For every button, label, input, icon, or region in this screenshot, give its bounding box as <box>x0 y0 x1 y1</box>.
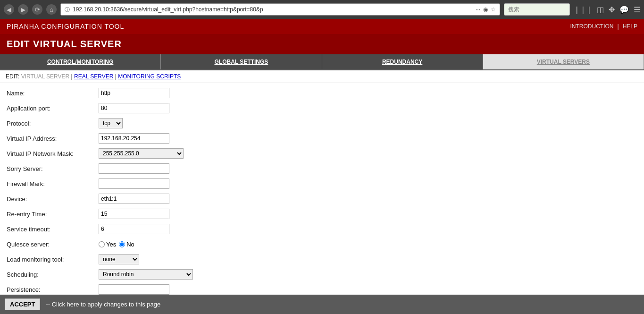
form-row-load_monitor: Load monitoring tool:nonenumfdsnumconns <box>7 253 637 265</box>
input-device[interactable] <box>99 194 169 204</box>
chat-icon: 💬 <box>619 5 629 14</box>
form-row-protocol: Protocol:tcpudp <box>7 117 637 129</box>
brand-name: PIRANHA <box>7 23 39 30</box>
tab-virtual-servers[interactable]: VIRTUAL SERVERS <box>483 54 644 69</box>
header-links: INTRODUCTION | HELP <box>570 23 637 30</box>
library-icon: ❘❘❘ <box>574 5 592 14</box>
tab-global-settings[interactable]: GLOBAL SETTINGS <box>161 54 322 69</box>
real-server-link[interactable]: REAL SERVER <box>74 73 113 80</box>
label-name: Name: <box>7 90 99 97</box>
select-scheduling[interactable]: Round robinWeighted round robinLeast con… <box>99 269 193 280</box>
url-text: 192.168.20.10:3636/secure/virtual_edit_v… <box>73 6 473 13</box>
help-link[interactable]: HELP <box>623 23 637 30</box>
label-firewall_mark: Firewall Mark: <box>7 180 99 187</box>
form-row-firewall_mark: Firewall Mark: <box>7 178 637 190</box>
brand-title: PIRANHA CONFIGURATION TOOL <box>7 23 124 30</box>
form-row-name: Name: <box>7 87 637 99</box>
footer-bar: ACCEPT -- Click here to apply changes to… <box>0 295 644 314</box>
select-load_monitor[interactable]: nonenumfdsnumconns <box>99 254 139 264</box>
label-app_port: Application port: <box>7 105 99 112</box>
synced-tabs-icon: ✥ <box>609 5 615 14</box>
label-scheduling: Scheduling: <box>7 271 99 278</box>
accept-button[interactable]: ACCEPT <box>5 298 40 310</box>
select-protocol[interactable]: tcpudp <box>99 118 123 128</box>
input-reentry_time[interactable] <box>99 209 169 219</box>
form-row-vip_mask: Virtual IP Network Mask:255.255.255.0255… <box>7 147 637 160</box>
label-persistence: Persistence: <box>7 286 99 293</box>
form-row-vip: Virtual IP Address: <box>7 132 637 144</box>
reload-button[interactable]: ⟳ <box>32 4 42 15</box>
sidebar-icon: ◫ <box>597 5 604 14</box>
star-icon: ☆ <box>491 6 496 13</box>
page-header: PIRANHA CONFIGURATION TOOL INTRODUCTION … <box>0 19 644 34</box>
forward-button[interactable]: ▶ <box>18 4 28 15</box>
label-device: Device: <box>7 195 99 203</box>
page-title: EDIT VIRTUAL SERVER <box>7 39 637 50</box>
label-sorry_server: Sorry Server: <box>7 165 99 172</box>
form-row-persistence: Persistence: <box>7 283 637 296</box>
address-bar[interactable]: ⓘ 192.168.20.10:3636/secure/virtual_edit… <box>60 3 500 16</box>
input-persistence[interactable] <box>99 284 169 295</box>
tab-redundancy[interactable]: REDUNDANCY <box>322 54 483 69</box>
more-icon: ··· <box>476 6 480 13</box>
bookmark-icon: ◉ <box>483 6 488 13</box>
form-row-quiesce: Quiesce server:YesNo <box>7 238 637 250</box>
radio-option-no[interactable]: No <box>119 241 134 248</box>
label-quiesce: Quiesce server: <box>7 241 99 248</box>
tab-control-monitoring[interactable]: CONTROL/MONITORING <box>0 54 161 69</box>
label-service_timeout: Service timeout: <box>7 226 99 233</box>
edit-subnav: EDIT: VIRTUAL SERVER | REAL SERVER | MON… <box>0 70 644 83</box>
input-sorry_server[interactable] <box>99 163 169 174</box>
radio-quiesce-no[interactable] <box>119 241 125 247</box>
virtual-server-label: VIRTUAL SERVER <box>21 73 69 80</box>
browser-toolbar-icons: ❘❘❘ ◫ ✥ 💬 ☰ <box>574 5 640 14</box>
form-row-scheduling: Scheduling:Round robinWeighted round rob… <box>7 268 637 280</box>
form-row-sorry_server: Sorry Server: <box>7 162 637 175</box>
form-row-app_port: Application port: <box>7 102 637 114</box>
search-input[interactable] <box>504 3 570 16</box>
back-button[interactable]: ◀ <box>4 4 14 15</box>
label-vip_mask: Virtual IP Network Mask: <box>7 150 99 157</box>
label-load_monitor: Load monitoring tool: <box>7 256 99 263</box>
input-name[interactable] <box>99 88 169 98</box>
radio-label-yes: Yes <box>106 241 116 248</box>
form-row-device: Device: <box>7 193 637 205</box>
label-protocol: Protocol: <box>7 120 99 127</box>
nav-tabs: CONTROL/MONITORING GLOBAL SETTINGS REDUN… <box>0 54 644 70</box>
radio-group-quiesce: YesNo <box>99 241 134 248</box>
label-vip: Virtual IP Address: <box>7 135 99 142</box>
select-vip_mask[interactable]: 255.255.255.0255.255.255.128255.255.0.0 <box>99 148 184 159</box>
introduction-link[interactable]: INTRODUCTION <box>570 23 614 30</box>
page-subtitle: EDIT VIRTUAL SERVER <box>0 34 644 54</box>
radio-quiesce-yes[interactable] <box>99 241 105 247</box>
label-reentry_time: Re-entry Time: <box>7 211 99 218</box>
header-separator: | <box>618 23 619 30</box>
input-firewall_mark[interactable] <box>99 178 169 189</box>
monitoring-scripts-link[interactable]: MONITORING SCRIPTS <box>118 73 181 80</box>
form-area: Name:Application port:Protocol:tcpudpVir… <box>0 83 644 314</box>
form-row-reentry_time: Re-entry Time: <box>7 208 637 220</box>
menu-icon: ☰ <box>634 5 640 14</box>
form-row-service_timeout: Service timeout: <box>7 223 637 235</box>
input-app_port[interactable] <box>99 103 169 113</box>
input-vip[interactable] <box>99 133 169 144</box>
browser-chrome: ◀ ▶ ⟳ ⌂ ⓘ 192.168.20.10:3636/secure/virt… <box>0 0 644 19</box>
edit-label: EDIT: <box>6 73 19 80</box>
secure-icon: ⓘ <box>65 6 70 13</box>
brand-rest: CONFIGURATION TOOL <box>39 23 124 30</box>
radio-option-yes[interactable]: Yes <box>99 241 116 248</box>
footer-message: -- Click here to apply changes to this p… <box>46 301 160 308</box>
home-button[interactable]: ⌂ <box>46 4 57 15</box>
radio-label-no: No <box>126 241 134 248</box>
input-service_timeout[interactable] <box>99 224 169 234</box>
